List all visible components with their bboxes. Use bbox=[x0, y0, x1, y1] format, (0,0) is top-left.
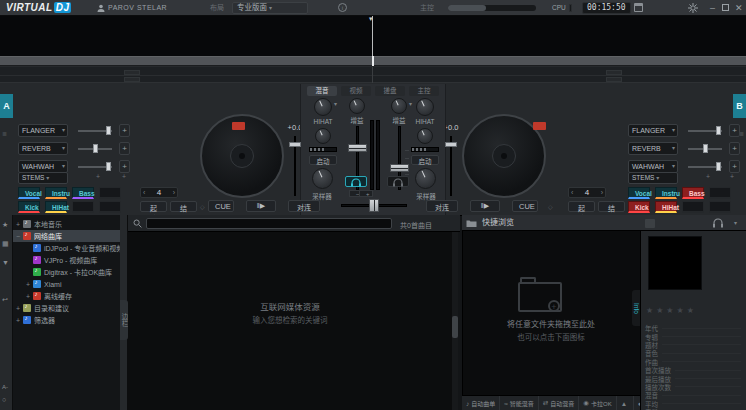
mixer-tab[interactable]: 搓盘 bbox=[375, 86, 405, 96]
effect-slider-handle[interactable] bbox=[716, 126, 721, 135]
effect-slider-handle[interactable] bbox=[703, 144, 708, 153]
tree-expand-toggle[interactable]: + bbox=[16, 305, 23, 312]
stem-pad[interactable] bbox=[682, 201, 704, 213]
effect-add-button[interactable]: + bbox=[729, 124, 740, 137]
loop-halve-button[interactable]: ‹ bbox=[571, 189, 573, 196]
stem-pad[interactable]: Bass bbox=[72, 187, 94, 199]
stem-pad[interactable] bbox=[709, 187, 731, 199]
channel1-gain-knob[interactable] bbox=[349, 98, 365, 114]
window-minimize-button[interactable]: – bbox=[710, 3, 715, 13]
deck-a-loop-in-button[interactable]: 起始 bbox=[140, 201, 167, 212]
effect-add-button[interactable]: + bbox=[729, 160, 740, 173]
deck-a-loop-control[interactable]: ‹ 4 › bbox=[140, 187, 178, 198]
add-folder-plus-icon[interactable]: + bbox=[548, 300, 560, 312]
deck-a-pitch-handle[interactable] bbox=[289, 142, 301, 147]
back-icon[interactable]: ↩ bbox=[2, 296, 8, 304]
stem-pad[interactable] bbox=[709, 201, 731, 213]
deck-a-sync-button[interactable]: 对连 bbox=[288, 200, 320, 212]
stem-pad[interactable] bbox=[99, 187, 121, 199]
deck-b-loop-in-button[interactable]: 起始 bbox=[568, 201, 595, 212]
tree-item[interactable]: Digitrax - 卡拉OK曲库 bbox=[13, 266, 120, 278]
stems-add-icon[interactable]: + bbox=[96, 173, 100, 180]
hotcue-diamond-icon[interactable]: ◇ bbox=[200, 203, 205, 210]
deck-a-tab[interactable]: A bbox=[0, 94, 13, 118]
stem-pad[interactable]: Bass bbox=[682, 187, 704, 199]
stems-add-icon[interactable]: + bbox=[122, 173, 126, 180]
stem-pad[interactable]: Instru bbox=[655, 187, 677, 199]
sidebar-collapse-strip[interactable]: 边栏 bbox=[120, 215, 128, 410]
mixer-right-aux-knob[interactable] bbox=[417, 128, 433, 144]
tree-expand-toggle[interactable]: + bbox=[16, 317, 23, 324]
channel1-fader-handle[interactable] bbox=[348, 144, 367, 152]
waveform-display[interactable] bbox=[0, 16, 746, 56]
right-launch-button[interactable]: 启动 bbox=[411, 155, 439, 165]
prelisten-headphones-icon[interactable] bbox=[712, 218, 724, 228]
effect-select[interactable]: FLANGER▾ bbox=[18, 124, 68, 137]
toolbar-button[interactable]: ≈ 智能混音 bbox=[500, 396, 539, 410]
loop-double-button[interactable]: › bbox=[173, 189, 175, 196]
info-side-tab[interactable]: Info bbox=[632, 290, 640, 326]
channel2-pfl-button[interactable] bbox=[387, 176, 409, 187]
chevron-down-icon[interactable]: ▾ bbox=[734, 219, 737, 226]
deck-a-play-button[interactable]: ‖▶ bbox=[246, 200, 276, 212]
effect-slider[interactable] bbox=[688, 130, 722, 132]
toolbar-button[interactable]: ♪ 自动曲单 bbox=[462, 396, 500, 410]
channel2-gain-knob[interactable] bbox=[391, 98, 407, 114]
chevron-down-icon[interactable]: ▾ bbox=[409, 100, 412, 107]
favorites-icon[interactable]: ★ bbox=[2, 221, 8, 229]
effect-add-button[interactable]: + bbox=[119, 124, 130, 137]
grid-view-icon[interactable]: ▦ bbox=[2, 240, 9, 248]
deck-a-cue-button[interactable]: CUE bbox=[208, 200, 234, 212]
stems-add-icon[interactable]: + bbox=[730, 173, 734, 180]
left-sampler-knob[interactable] bbox=[312, 168, 333, 189]
settings-gear-icon[interactable] bbox=[688, 3, 698, 13]
stem-pad[interactable]: Kick bbox=[628, 201, 650, 213]
tree-item[interactable]: VJPro - 视频曲库 bbox=[13, 254, 120, 266]
tree-expand-toggle[interactable]: + bbox=[26, 281, 33, 288]
effect-slider[interactable] bbox=[688, 166, 722, 168]
hotcue-diamond-icon[interactable]: ◇ bbox=[548, 203, 553, 210]
tree-item[interactable]: − 网络曲库 bbox=[13, 230, 120, 242]
info-icon[interactable]: i bbox=[338, 3, 347, 12]
stem-pad[interactable]: Instru bbox=[45, 187, 67, 199]
tree-item[interactable]: + Xiami bbox=[13, 278, 120, 290]
tree-item[interactable]: + 目录和建议 bbox=[13, 302, 120, 314]
effect-slider[interactable] bbox=[78, 130, 112, 132]
deck-b-pitch-handle[interactable] bbox=[445, 142, 457, 147]
deck-a-side-icon[interactable]: ≣ bbox=[2, 130, 7, 137]
effect-slider-handle[interactable] bbox=[106, 126, 111, 135]
tree-expand-toggle[interactable]: + bbox=[26, 293, 33, 300]
effect-select[interactable]: REVERB▾ bbox=[628, 142, 678, 155]
effect-add-button[interactable]: + bbox=[119, 160, 130, 173]
deck-b-play-button[interactable]: ‖▶ bbox=[470, 200, 500, 212]
stem-pad[interactable]: Vocal bbox=[628, 187, 650, 199]
stem-pad[interactable]: Kick bbox=[18, 201, 40, 213]
deck-b-sync-button[interactable]: 对连 bbox=[426, 200, 458, 212]
channel2-fader-handle[interactable] bbox=[390, 164, 409, 172]
mixer-tab[interactable]: 主控 bbox=[409, 86, 439, 96]
tree-expand-toggle[interactable]: − bbox=[16, 233, 23, 240]
stem-pad[interactable]: HiHat bbox=[655, 201, 677, 213]
mixer-tab[interactable]: 混音 bbox=[307, 86, 337, 96]
effect-select[interactable]: FLANGER▾ bbox=[628, 124, 678, 137]
tree-item[interactable]: + 筛选器 bbox=[13, 314, 120, 326]
mixer-left-stem-knob[interactable] bbox=[314, 98, 332, 116]
tree-item[interactable]: + 本地音乐 bbox=[13, 218, 120, 230]
chevron-down-icon[interactable]: ▾ bbox=[334, 100, 337, 107]
effect-slider[interactable] bbox=[78, 166, 112, 168]
effect-slider[interactable] bbox=[78, 148, 112, 150]
deck-b-stems-select[interactable]: STEMS ▾ bbox=[628, 172, 678, 184]
loop-double-button[interactable]: › bbox=[601, 189, 603, 196]
channel1-pfl-button[interactable] bbox=[345, 176, 367, 187]
info-view-icon[interactable] bbox=[645, 219, 655, 228]
deck-b-cue-button[interactable]: CUE bbox=[512, 200, 538, 212]
toolbar-button[interactable]: ◉ 卡拉OK bbox=[579, 396, 616, 410]
effect-slider-handle[interactable] bbox=[106, 162, 111, 171]
side-panel-tab[interactable]: 边栏 bbox=[120, 300, 128, 340]
deck-a-loop-out-button[interactable]: 结束 bbox=[170, 201, 197, 212]
effect-slider-handle[interactable] bbox=[93, 144, 98, 153]
master-volume-slider[interactable] bbox=[448, 5, 536, 11]
effect-add-button[interactable]: + bbox=[119, 142, 130, 155]
loop-halve-button[interactable]: ‹ bbox=[143, 189, 145, 196]
stem-pad[interactable] bbox=[99, 201, 121, 213]
